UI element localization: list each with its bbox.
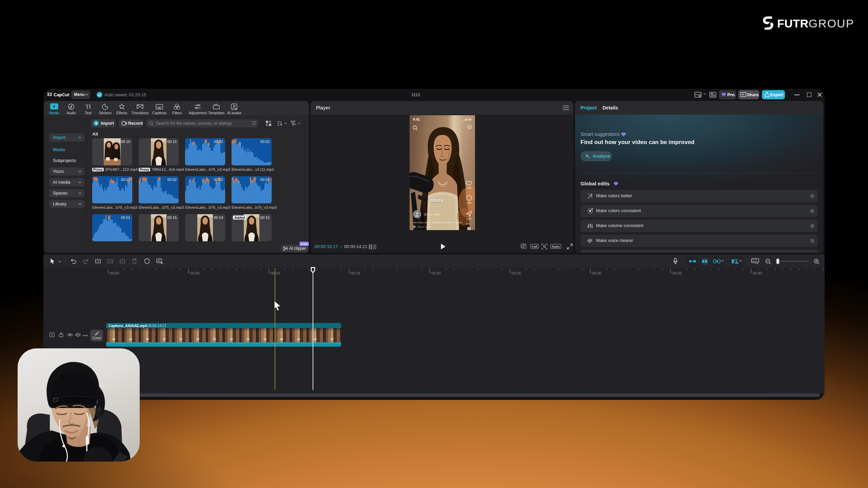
svg-text:2.8M: 2.8M: [467, 187, 471, 189]
svg-text:TI: TI: [85, 103, 91, 110]
svg-text:2.8M: 2.8M: [467, 202, 471, 204]
svg-text:2.8M: 2.8M: [467, 218, 471, 220]
